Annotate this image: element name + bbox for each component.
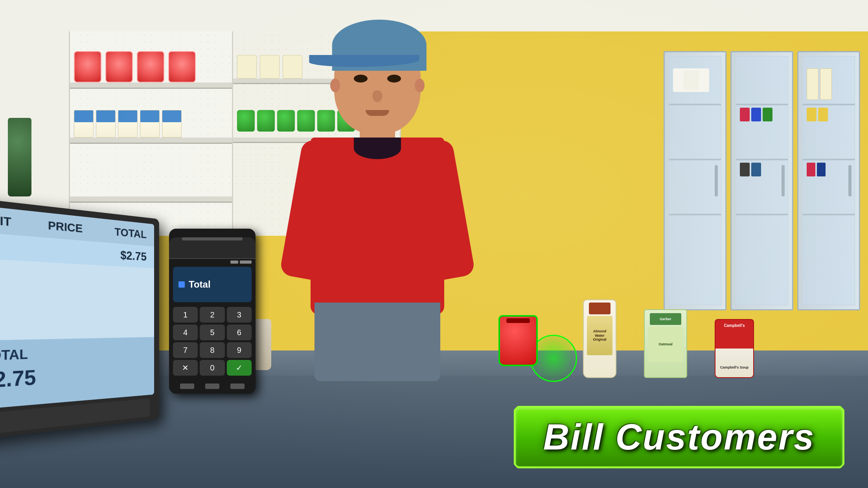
card-reader-total-label: Total xyxy=(189,279,211,290)
shelf-board-3 xyxy=(70,196,233,203)
product-red-jar xyxy=(498,315,538,366)
product-milk-2 xyxy=(96,110,116,138)
product-oatmeal: Gerber Oatmeal xyxy=(644,309,687,378)
keypad[interactable]: 1 2 3 4 5 6 7 8 9 ✕ 0 ✓ xyxy=(169,304,256,379)
product-milk-mid-1 xyxy=(237,55,257,79)
receipt-printer-top xyxy=(169,237,256,259)
bill-customers-button[interactable]: Bill Customers xyxy=(514,406,844,468)
game-scene: UNIT PRICE TOTAL $2.75 TOTAL $2.75 xyxy=(0,0,868,488)
key-6[interactable]: 6 xyxy=(227,325,252,340)
product-can-1 xyxy=(237,110,255,132)
pos-screen: UNIT PRICE TOTAL $2.75 TOTAL $2.75 xyxy=(0,205,154,410)
soup-label: Campbell's xyxy=(719,323,750,328)
nav-bar[interactable] xyxy=(169,380,256,392)
key-9[interactable]: 9 xyxy=(227,342,252,358)
key-8[interactable]: 8 xyxy=(200,342,224,358)
key-7[interactable]: 7 xyxy=(173,342,198,358)
shelf-board-1 xyxy=(70,83,233,89)
product-shrimp-2 xyxy=(105,51,133,83)
key-5[interactable]: 5 xyxy=(200,325,224,340)
product-milk-4 xyxy=(140,110,160,138)
status-bar xyxy=(169,259,256,265)
fridge-section xyxy=(664,51,868,318)
almond-water-label: Almond Water Original xyxy=(588,329,611,342)
product-milk-5 xyxy=(162,110,182,138)
product-shrimp-4 xyxy=(168,51,196,83)
key-0[interactable]: 0 xyxy=(200,360,224,376)
product-milk-3 xyxy=(118,110,138,138)
char-body xyxy=(311,138,444,314)
card-reader[interactable]: Total 1 2 3 4 5 6 7 8 9 ✕ 0 ✓ xyxy=(169,229,256,394)
fridge-2 xyxy=(730,51,793,310)
fridge-1 xyxy=(664,51,726,310)
pos-total-amount: $2.75 xyxy=(0,360,147,393)
milk-shelf xyxy=(74,110,182,138)
key-4[interactable]: 4 xyxy=(173,325,198,340)
product-shrimp-1 xyxy=(74,51,101,83)
key-2[interactable]: 2 xyxy=(200,307,224,323)
bill-customers-label: Bill Customers xyxy=(543,416,815,458)
pos-row-total-val: $2.75 xyxy=(120,248,147,264)
product-campbells-soup: Campbell's Campbell's Soup xyxy=(715,319,754,378)
key-backspace[interactable]: ✕ xyxy=(173,360,198,376)
receipt-slot xyxy=(182,237,243,240)
pos-total-section: TOTAL $2.75 xyxy=(0,337,154,410)
key-3[interactable]: 3 xyxy=(227,307,252,323)
nav-back[interactable] xyxy=(230,383,245,389)
key-confirm[interactable]: ✓ xyxy=(227,360,252,376)
shrimp-shelf xyxy=(74,51,196,83)
product-shrimp-3 xyxy=(137,51,164,83)
nav-menu[interactable] xyxy=(180,383,194,389)
nav-home[interactable] xyxy=(205,383,219,389)
product-milk-1 xyxy=(74,110,94,138)
pos-col-unit: UNIT xyxy=(0,212,11,229)
product-bottle-green xyxy=(8,118,31,196)
pos-monitor: UNIT PRICE TOTAL $2.75 TOTAL $2.75 xyxy=(0,197,159,442)
left-shelf-unit xyxy=(69,31,234,236)
shelf-board-2 xyxy=(70,138,233,144)
soup-type: Campbell's Soup xyxy=(719,365,750,369)
key-1[interactable]: 1 xyxy=(173,307,198,323)
screen-icon xyxy=(178,281,185,288)
oatmeal-label: Oatmeal xyxy=(658,342,673,346)
char-eye-left xyxy=(354,75,368,83)
card-reader-screen: Total xyxy=(173,267,252,302)
char-pants xyxy=(314,303,440,381)
bill-customers-container[interactable]: Bill Customers xyxy=(514,406,844,468)
pos-col-price: PRICE xyxy=(48,218,83,235)
char-eye-right xyxy=(387,75,401,83)
pos-col-total: TOTAL xyxy=(114,225,146,241)
fridge-3 xyxy=(797,51,860,310)
character xyxy=(267,20,487,373)
product-almond-water: Almond Water Original xyxy=(583,299,616,378)
